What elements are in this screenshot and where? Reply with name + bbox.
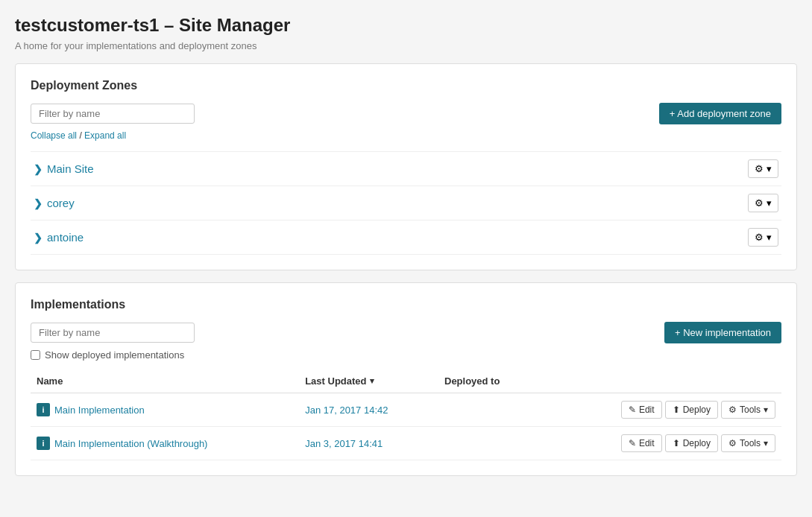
show-deployed-label: Show deployed implementations — [45, 349, 184, 361]
impl-icon: i — [37, 437, 50, 450]
deployment-zones-filter-input[interactable] — [31, 104, 195, 124]
deployment-zones-panel: Deployment Zones + Add deployment zone C… — [15, 63, 797, 270]
deployment-zones-filter-row: + Add deployment zone — [31, 103, 781, 124]
chevron-icon: ❯ — [34, 197, 43, 209]
impl-last-updated: Jan 3, 2017 14:41 — [305, 438, 383, 449]
new-implementation-button[interactable]: + New implementation — [664, 322, 781, 343]
impl-name-link[interactable]: i Main Implementation (Walkthrough) — [37, 437, 293, 450]
table-row: i Main Implementation Jan 17, 2017 14:42… — [31, 393, 781, 427]
dropdown-arrow-icon: ▾ — [767, 232, 772, 243]
impl-icon: i — [37, 403, 50, 416]
page-subtitle: A home for your implementations and depl… — [15, 40, 797, 51]
impl-name-cell: i Main Implementation — [31, 393, 299, 427]
col-last-updated[interactable]: Last Updated ▾ — [299, 371, 438, 393]
deploy-icon: ⬆ — [673, 405, 680, 415]
chevron-icon: ❯ — [34, 232, 43, 244]
dropdown-arrow-icon: ▾ — [767, 197, 772, 209]
zone-item: ❯ Main Site ⚙ ▾ — [31, 151, 781, 185]
impl-actions-cell: ✎ Edit ⬆ Deploy ⚙ Tools ▾ — [538, 427, 781, 460]
tools-icon: ⚙ — [728, 438, 737, 448]
implementations-table-body: i Main Implementation Jan 17, 2017 14:42… — [31, 393, 781, 460]
action-buttons: ✎ Edit ⬆ Deploy ⚙ Tools ▾ — [544, 434, 775, 452]
add-deployment-zone-button[interactable]: + Add deployment zone — [659, 103, 781, 124]
zones-list: ❯ Main Site ⚙ ▾ ❯ corey ⚙ ▾ ❯ antoine ⚙ … — [31, 151, 781, 255]
page-title: testcustomer-ts1 – Site Manager — [15, 15, 797, 36]
tools-dropdown-icon: ▾ — [764, 405, 768, 415]
deploy-icon: ⬆ — [673, 438, 680, 448]
edit-icon: ✎ — [629, 405, 636, 415]
zone-item: ❯ corey ⚙ ▾ — [31, 185, 781, 220]
edit-icon: ✎ — [629, 438, 636, 448]
show-deployed-checkbox[interactable] — [31, 350, 40, 360]
sort-icon: ▾ — [370, 376, 374, 386]
zone-gear-button[interactable]: ⚙ ▾ — [748, 159, 778, 178]
gear-icon: ⚙ — [755, 232, 764, 243]
impl-last-updated-cell: Jan 3, 2017 14:41 — [299, 427, 438, 460]
zone-item: ❯ antoine ⚙ ▾ — [31, 220, 781, 255]
expand-all-link[interactable]: Expand all — [84, 130, 126, 141]
edit-button[interactable]: ✎ Edit — [621, 401, 662, 419]
deploy-button[interactable]: ⬆ Deploy — [665, 434, 718, 452]
zone-name[interactable]: ❯ corey — [34, 197, 75, 209]
action-buttons: ✎ Edit ⬆ Deploy ⚙ Tools ▾ — [544, 401, 775, 419]
implementations-panel: Implementations + New implementation Sho… — [15, 282, 797, 476]
col-actions — [538, 371, 781, 393]
col-deployed-to: Deployed to — [438, 371, 538, 393]
gear-icon: ⚙ — [755, 163, 764, 174]
implementations-filter-input[interactable] — [31, 323, 195, 343]
chevron-icon: ❯ — [34, 163, 43, 175]
impl-actions-cell: ✎ Edit ⬆ Deploy ⚙ Tools ▾ — [538, 393, 781, 427]
impl-last-updated: Jan 17, 2017 14:42 — [305, 405, 388, 416]
collapse-expand-links: Collapse all / Expand all — [31, 130, 781, 141]
implementations-title: Implementations — [31, 298, 781, 311]
impl-deployed-to-cell — [438, 393, 538, 427]
zone-name[interactable]: ❯ antoine — [34, 231, 84, 244]
implementations-filter-row: + New implementation — [31, 322, 781, 343]
dropdown-arrow-icon: ▾ — [767, 163, 772, 174]
edit-button[interactable]: ✎ Edit — [621, 434, 662, 452]
show-deployed-row: Show deployed implementations — [31, 349, 781, 361]
zone-gear-button[interactable]: ⚙ ▾ — [748, 194, 778, 212]
tools-icon: ⚙ — [728, 405, 737, 415]
deploy-button[interactable]: ⬆ Deploy — [665, 401, 718, 419]
impl-name-link[interactable]: i Main Implementation — [37, 403, 293, 416]
collapse-all-link[interactable]: Collapse all — [31, 130, 77, 141]
tools-button[interactable]: ⚙ Tools ▾ — [721, 434, 775, 452]
impl-name-cell: i Main Implementation (Walkthrough) — [31, 427, 299, 460]
gear-icon: ⚙ — [755, 197, 764, 209]
zone-name[interactable]: ❯ Main Site — [34, 162, 94, 175]
impl-last-updated-cell: Jan 17, 2017 14:42 — [299, 393, 438, 427]
impl-deployed-to-cell — [438, 427, 538, 460]
col-name: Name — [31, 371, 299, 393]
table-row: i Main Implementation (Walkthrough) Jan … — [31, 427, 781, 460]
implementations-table-header: Name Last Updated ▾ Deployed to — [31, 371, 781, 393]
tools-dropdown-icon: ▾ — [764, 438, 768, 448]
tools-button[interactable]: ⚙ Tools ▾ — [721, 401, 775, 419]
implementations-table: Name Last Updated ▾ Deployed to i — [31, 371, 781, 460]
deployment-zones-title: Deployment Zones — [31, 79, 781, 92]
zone-gear-button[interactable]: ⚙ ▾ — [748, 228, 778, 247]
